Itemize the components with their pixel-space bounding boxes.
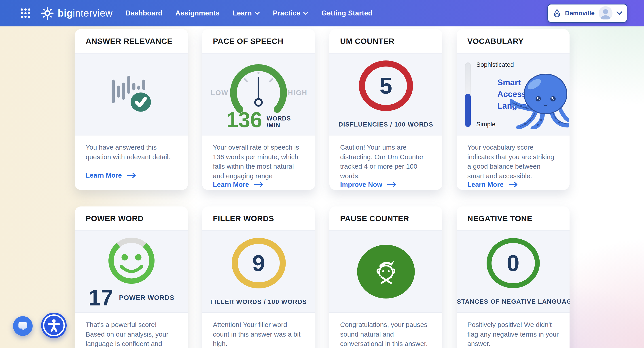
arrow-right-icon — [254, 182, 264, 188]
card-body: Your overall rate of speech is 136 words… — [202, 135, 315, 190]
arrow-right-icon — [508, 182, 518, 188]
learn-more-link[interactable]: Learn More — [86, 171, 177, 179]
um-count-value: 5 — [380, 73, 392, 99]
card-body-text: Positively positive! We didn't flag any … — [467, 320, 559, 348]
card-title: FILLER WORDS — [202, 207, 315, 230]
card-negative-tone: NEGATIVE TONE 0 INSTANCES OF NEGATIVE LA… — [456, 207, 570, 348]
card-body-text: Attention! Your filler word count in thi… — [213, 320, 304, 348]
card-answer-relevance: ANSWER RELEVANCE You have answered this … — [75, 29, 188, 190]
gauge-units: WORDS /MIN — [266, 115, 291, 129]
nav-item-label: Practice — [273, 9, 300, 17]
page: { "nav": { "brand": { "bold": "big", "li… — [0, 0, 644, 348]
user-account-chip[interactable]: Demoville — [548, 4, 628, 23]
filler-count-value: 9 — [252, 250, 265, 276]
power-word-label: POWER WORDS — [119, 294, 174, 301]
learn-more-link[interactable]: Learn More — [467, 181, 559, 188]
pause-badge — [357, 245, 415, 298]
card-vocabulary: VOCABULARY Sophisticated Simple Smart Ac… — [456, 29, 570, 190]
pause-counter-visual — [330, 230, 442, 313]
vocabulary-visual: Sophisticated Simple Smart Accessible La… — [456, 53, 570, 135]
user-name: Demoville — [565, 10, 594, 17]
gauge-unit-bottom: /MIN — [266, 122, 291, 128]
card-body: Congratulations, your pauses sound natur… — [330, 313, 442, 348]
card-body-text: Your vocabulary score indicates that you… — [467, 143, 559, 181]
card-um-counter: UM COUNTER 5 DISFLUENCIES / 100 WORDS Ca… — [330, 29, 442, 190]
scale-bottom-label: Simple — [476, 121, 496, 128]
waveform-check-icon — [112, 76, 152, 113]
card-body-text: Your overall rate of speech is 136 words… — [213, 143, 304, 181]
card-body-text: Congratulations, your pauses sound natur… — [340, 320, 432, 348]
card-body-text: You have answered this question with rel… — [86, 143, 177, 162]
card-title: POWER WORD — [75, 207, 188, 230]
brand-name: biginterview — [58, 8, 113, 19]
card-filler-words: FILLER WORDS 9 FILLER WORDS / 100 WORDS … — [202, 207, 315, 348]
negative-tone-visual: 0 INSTANCES OF NEGATIVE LANGUAGE — [456, 230, 570, 313]
feedback-card-grid: ANSWER RELEVANCE You have answered this … — [75, 29, 570, 348]
nav-item-label: Assignments — [175, 9, 220, 17]
chevron-down-icon — [303, 12, 308, 15]
card-body: You have answered this question with rel… — [75, 135, 188, 190]
chevron-down-icon — [254, 12, 260, 15]
card-body: Positively positive! We didn't flag any … — [456, 313, 570, 348]
um-counter-visual: 5 DISFLUENCIES / 100 WORDS — [330, 53, 442, 135]
brand-logo[interactable]: biginterview — [40, 6, 113, 20]
octopus-illustration — [510, 73, 569, 129]
link-label: Improve Now — [340, 181, 382, 188]
arrow-right-icon — [127, 172, 137, 178]
card-power-word: POWER WORD 17 POWER WORDS That's a power… — [75, 207, 188, 348]
nav-item-dashboard[interactable]: Dashboard — [126, 9, 162, 17]
nav-item-label: Getting Started — [321, 9, 372, 17]
negative-count-label: INSTANCES OF NEGATIVE LANGUAGE — [456, 298, 570, 305]
card-body: That's a powerful score! Based on our an… — [75, 313, 188, 348]
card-body: Caution! Your ums are distracting. Our U… — [330, 135, 442, 190]
muted-face-icon — [372, 258, 400, 285]
card-pause-counter: PAUSE COUNTER — [330, 207, 442, 348]
learn-more-link[interactable]: Learn More — [213, 181, 304, 188]
nav-item-getting-started[interactable]: Getting Started — [321, 9, 372, 17]
filler-count-label: FILLER WORDS / 100 WORDS — [210, 298, 307, 305]
nav-item-practice[interactable]: Practice — [273, 9, 308, 17]
filler-count-ring: 9 — [232, 238, 286, 288]
brand-bold: big — [58, 8, 73, 19]
um-count-ring: 5 — [359, 61, 413, 111]
link-label: Learn More — [213, 181, 249, 188]
power-word-count: 17 — [88, 287, 113, 308]
nav-item-label: Dashboard — [126, 9, 162, 17]
chevron-down-icon[interactable] — [616, 12, 622, 15]
card-title: PAUSE COUNTER — [330, 207, 442, 230]
power-word-visual: 17 POWER WORDS — [75, 230, 188, 313]
grid-dots-icon — [20, 8, 31, 19]
filler-words-visual: 9 FILLER WORDS / 100 WORDS — [202, 230, 315, 313]
answer-relevance-visual — [75, 53, 188, 135]
smiley-face-icon — [106, 236, 157, 287]
improve-now-link[interactable]: Improve Now — [340, 181, 432, 188]
avatar-person-icon — [598, 6, 612, 20]
vocabulary-scale-thumb — [465, 94, 471, 127]
link-label: Learn More — [467, 181, 504, 188]
gauge-value-row: 136 WORDS /MIN — [226, 110, 291, 129]
card-title: ANSWER RELEVANCE — [75, 29, 188, 53]
pace-gauge-visual: LOW HIGH 136 WORDS /MIN — [202, 53, 315, 135]
accessibility-button[interactable] — [41, 313, 67, 338]
gauge-high-label: HIGH — [288, 89, 308, 97]
card-body-text: That's a powerful score! Based on our an… — [86, 320, 177, 348]
avatar — [598, 6, 612, 20]
negative-count-ring: 0 — [486, 238, 540, 288]
card-body: Your vocabulary score indicates that you… — [456, 135, 570, 190]
top-navbar: biginterview Dashboard Assignments Learn… — [0, 0, 644, 27]
chat-bubble-icon — [18, 321, 28, 331]
apps-grid-icon[interactable] — [19, 7, 32, 20]
nav-item-assignments[interactable]: Assignments — [175, 9, 220, 17]
power-word-stat: 17 POWER WORDS — [88, 287, 174, 308]
nav-item-learn[interactable]: Learn — [232, 9, 260, 17]
link-label: Learn More — [86, 171, 122, 179]
vocabulary-scale-track — [465, 63, 471, 127]
nav-item-label: Learn — [232, 9, 252, 17]
chat-widget-button[interactable] — [13, 316, 33, 336]
scale-top-label: Sophisticated — [476, 61, 514, 68]
brand-light: interview — [73, 8, 112, 19]
card-body: Attention! Your filler word count in thi… — [202, 313, 315, 348]
nav-links: Dashboard Assignments Learn Practice Get… — [126, 9, 372, 17]
card-body-text: Caution! Your ums are distracting. Our U… — [340, 143, 432, 181]
gauge-low-label: LOW — [211, 89, 228, 97]
